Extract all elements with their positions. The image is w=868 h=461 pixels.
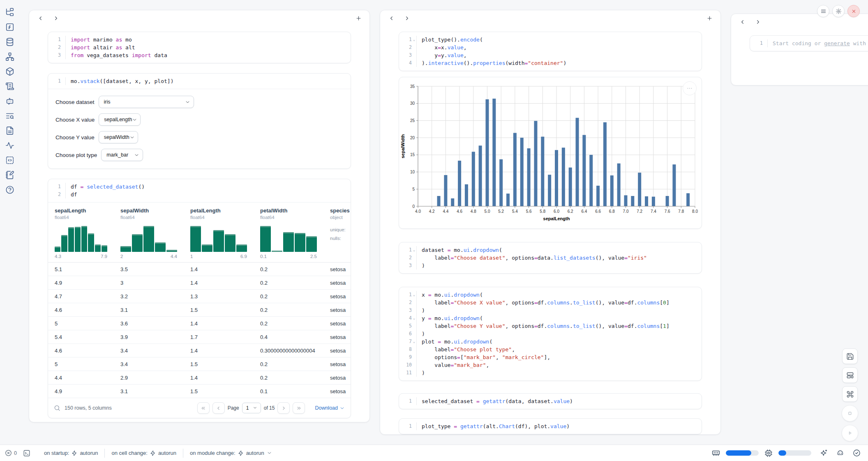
setting-value: autorun [158, 450, 176, 456]
line-number: 6 [399, 330, 416, 338]
scratchpad-icon[interactable] [5, 82, 14, 91]
tracing-icon[interactable] [5, 141, 14, 150]
packages-icon[interactable] [5, 67, 14, 76]
error-indicator[interactable]: 0 [5, 449, 17, 456]
code-line: 1⌄x = mo.ui.dropdown( [399, 291, 702, 299]
runtime-setting[interactable]: on startup:autorun [37, 449, 105, 458]
fold-spacer [61, 51, 65, 59]
chevron-left-icon[interactable] [387, 14, 396, 23]
fold-spacer [412, 353, 416, 361]
column-header-sepalLength[interactable]: sepalLengthfloat644.37.9 [48, 203, 114, 262]
svg-text:7.4: 7.4 [651, 209, 656, 214]
chevron-right-icon[interactable] [753, 17, 762, 26]
chevron-right-icon[interactable] [402, 14, 411, 23]
y-value-select[interactable]: sepalWidth [99, 131, 138, 143]
code-editor-plottype[interactable]: 1 plot_type = getattr(alt.Chart(df), plo… [399, 419, 702, 434]
code-line: 1⌄dataset = mo.ui.dropdown( [399, 246, 702, 254]
histogram-bar [190, 226, 201, 252]
x-value-label: Choose X value [55, 117, 95, 123]
column-histogram [190, 225, 247, 252]
menu-button[interactable] [817, 5, 829, 17]
ai-placeholder-editor[interactable]: 1 Start coding or generate with AI. [750, 36, 868, 51]
last-page-button[interactable] [293, 402, 305, 414]
code-editor-xyplot[interactable]: 1⌄x = mo.ui.dropdown(2 label="Choose X v… [399, 287, 702, 380]
file-tree-icon[interactable] [5, 8, 14, 17]
line-number: 1 [750, 39, 767, 47]
search-icon[interactable] [54, 405, 60, 411]
code-text: label="Choose plot type", [416, 346, 702, 353]
column-header-species[interactable]: speciesobjectunique:nulls: [323, 203, 351, 262]
chart-output-card: 051015202530354.04.24.44.64.85.05.25.45.… [399, 77, 702, 229]
histogram-bar [295, 233, 305, 252]
copilot-button[interactable] [836, 449, 844, 457]
column-header-petalLength[interactable]: petalLengthfloat6416.9 [184, 203, 254, 262]
first-page-button[interactable] [197, 402, 210, 414]
next-page-button[interactable] [277, 402, 290, 414]
fold-chevron-icon[interactable]: ⌄ [412, 338, 416, 346]
plot-type-select[interactable]: mark_bar [101, 149, 143, 161]
table-cell: setosa [323, 266, 351, 272]
page-number: 1 [246, 405, 249, 411]
connection-status-button[interactable] [852, 449, 861, 457]
documentation-icon[interactable] [5, 126, 14, 135]
bar-chart[interactable]: 051015202530354.04.24.44.64.85.05.25.45.… [399, 81, 702, 225]
dependency-graph-icon[interactable] [5, 52, 14, 61]
histogram-bar [272, 251, 282, 252]
chevron-left-icon[interactable] [738, 17, 747, 26]
table-cell: 1.4 [184, 348, 254, 354]
fold-chevron-icon[interactable]: ⌄ [412, 291, 416, 299]
add-cell-button[interactable] [705, 14, 714, 23]
code-editor-imports[interactable]: 1 import marimo as mo2 import altair as … [48, 32, 351, 63]
add-cell-button[interactable] [354, 14, 363, 23]
fold-chevron-icon[interactable]: ⌄ [412, 314, 416, 322]
chevron-right-icon[interactable] [51, 14, 60, 23]
run-button[interactable] [842, 425, 858, 441]
column-header-sepalWidth[interactable]: sepalWidthfloat6424.4 [114, 203, 184, 262]
line-number: 8 [399, 346, 416, 353]
table-cell: 3.2 [114, 293, 184, 300]
terminal-button[interactable] [22, 448, 32, 458]
chart-menu-button[interactable] [683, 81, 697, 95]
svg-text:sepalWidth: sepalWidth [400, 134, 405, 158]
table-row: 4.63.41.40.30000000000000004setosa [48, 344, 351, 357]
code-editor-vstack[interactable]: 1 mo.vstack([dataset, x, y, plot]) [48, 74, 351, 89]
layout-button[interactable] [842, 367, 858, 383]
code-editor-df[interactable]: 1 df = selected_dataset()2 df [48, 179, 351, 202]
ai-chat-icon[interactable] [5, 97, 14, 106]
ai-sparkles-button[interactable] [820, 449, 828, 457]
table-cell: setosa [323, 320, 351, 327]
notebook-icon[interactable] [5, 171, 14, 180]
stop-button[interactable] [842, 405, 858, 422]
chevron-down-icon [134, 152, 139, 158]
fold-chevron-icon[interactable]: ⌄ [412, 246, 416, 254]
page-select[interactable]: 1 [242, 403, 261, 413]
command-palette-button[interactable] [842, 386, 858, 402]
settings-button[interactable] [832, 5, 845, 17]
save-button[interactable] [842, 348, 858, 364]
column-dtype: float64 [55, 215, 107, 220]
database-icon[interactable] [5, 37, 14, 46]
function-icon[interactable] [5, 23, 14, 32]
x-value-select[interactable]: sepalLength [99, 113, 141, 126]
fold-chevron-icon[interactable]: ⌄ [412, 36, 416, 44]
snippets-icon[interactable] [5, 156, 14, 165]
close-button[interactable] [847, 5, 860, 17]
download-button[interactable]: Download [315, 405, 345, 411]
runtime-setting[interactable]: on cell change:autorun [104, 449, 183, 458]
svg-text:5.0: 5.0 [485, 209, 490, 214]
help-icon[interactable] [5, 185, 14, 194]
dataset-select[interactable]: iris [99, 96, 194, 108]
code-editor-dataset[interactable]: 1⌄dataset = mo.ui.dropdown(2 label="Choo… [399, 242, 702, 273]
prev-page-button[interactable] [212, 402, 225, 414]
code-line: 3 ) [399, 262, 702, 270]
chevron-left-icon[interactable] [36, 14, 45, 23]
runtime-setting[interactable]: on module change:autorun [183, 449, 279, 458]
code-editor-selected[interactable]: 1 selected_dataset = getattr(data, datas… [399, 394, 702, 409]
code-text: Start coding or generate with AI. [767, 39, 868, 47]
logs-search-icon[interactable] [5, 111, 14, 120]
column-header-petalWidth[interactable]: petalWidthfloat640.12.5 [254, 203, 323, 262]
line-number: 1⌄ [399, 246, 416, 254]
fold-spacer [412, 397, 416, 405]
code-editor-encode[interactable]: 1⌄plot_type().encode(2 x=x.value,3 y=y.v… [399, 32, 702, 71]
svg-text:5: 5 [412, 187, 415, 191]
